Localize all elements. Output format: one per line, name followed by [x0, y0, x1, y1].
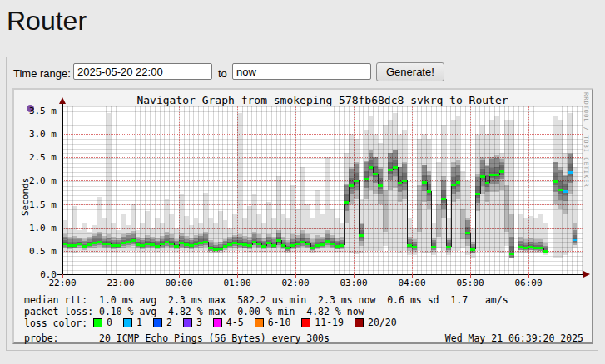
- median-connector: [344, 202, 345, 245]
- median-connector: [364, 179, 364, 235]
- loss-color-swatch: [213, 318, 222, 327]
- y-axis-tick-label: 3.5 m: [21, 106, 57, 116]
- loss-legend-label: 1: [136, 317, 142, 328]
- y-axis-line: [62, 103, 63, 274]
- x-axis-tick-label: 23:00: [102, 278, 139, 288]
- median-connector: [359, 180, 360, 234]
- probe-line: probe: 20 ICMP Echo Pings (56 Bytes) eve…: [24, 332, 583, 344]
- y-axis-tick-label: 1.0 m: [21, 223, 57, 234]
- graph-stats: median rtt: 1.0 ms avg 2.3 ms max 582.2 …: [24, 294, 583, 344]
- median-tick: [509, 253, 514, 255]
- y-axis-tick-label: 0.5 m: [21, 246, 57, 257]
- packet-loss-line: packet loss: 0.10 % avg 4.82 % max 0.00 …: [24, 306, 583, 317]
- probe-text: probe: 20 ICMP Echo Pings (56 Bytes) eve…: [24, 332, 330, 344]
- median-tick: [573, 239, 578, 241]
- y-axis-arrow-icon: [59, 97, 66, 104]
- median-connector: [573, 172, 573, 239]
- x-axis-tick-label: 01:00: [219, 278, 255, 288]
- x-axis-tick-label: 06:00: [510, 278, 547, 288]
- smokeping-page: { "header": { "title": "Router" }, "form…: [0, 0, 605, 364]
- median-connector: [470, 233, 471, 249]
- rrdtool-watermark: RRDTOOL / TOBI OETIKER: [583, 92, 589, 188]
- loss-color-swatch: [153, 318, 162, 327]
- time-range-end-input[interactable]: [232, 63, 371, 80]
- loss-legend-item: 0: [93, 317, 112, 328]
- content-box: Time range: to Generate! Navigator Graph…: [6, 57, 598, 351]
- y-axis-tick-label: 2.0 m: [21, 175, 57, 186]
- loss-color-legend: loss color: 01234-56-1011-1920/20: [24, 317, 583, 329]
- loss-legend-label: 2: [166, 317, 172, 328]
- loss-legend-label: 6-10: [268, 317, 291, 328]
- loss-legend-item: 11-19: [301, 317, 344, 328]
- loss-color-swatch: [355, 318, 364, 327]
- x-axis-line: [57, 274, 583, 275]
- loss-legend-items: 01234-56-1011-1920/20: [93, 317, 407, 330]
- loss-legend-label: 0: [107, 317, 112, 328]
- loss-legend-item: 3: [183, 317, 202, 328]
- median-connector: [349, 185, 350, 202]
- y-axis-tick-label: 3.0 m: [21, 129, 57, 140]
- loss-legend-label: 4-5: [226, 317, 244, 328]
- graph-title: Navigator Graph from smokeping-578fb68dc…: [62, 94, 583, 106]
- smoke-band: [509, 246, 514, 258]
- loss-legend-item: 20/20: [355, 317, 397, 328]
- loss-color-swatch: [255, 318, 264, 327]
- loss-legend-item: 1: [123, 317, 142, 328]
- x-axis-arrow-icon: [583, 271, 590, 278]
- to-label: to: [218, 67, 227, 80]
- loss-color-swatch: [301, 318, 310, 327]
- median-connector: [369, 167, 369, 179]
- median-connector: [431, 191, 432, 246]
- median-connector: [475, 194, 476, 249]
- median-connector: [480, 176, 481, 194]
- median-connector: [378, 174, 379, 185]
- graph-timestamp: Wed May 21 06:39:20 2025: [445, 332, 583, 344]
- x-axis-tick-label: 02:00: [277, 278, 314, 288]
- loss-legend-item: 2: [153, 317, 172, 328]
- navigator-graph[interactable]: Navigator Graph from smokeping-578fb68dc…: [12, 88, 593, 344]
- loss-color-label: loss color:: [24, 317, 93, 329]
- x-axis-tick-label: 03:00: [335, 278, 372, 288]
- median-connector: [451, 184, 452, 246]
- median-connector: [568, 172, 568, 191]
- loss-color-swatch: [123, 318, 132, 327]
- page-title: Router: [7, 5, 87, 37]
- x-axis-tick-label: 04:00: [394, 278, 430, 288]
- plot-area: [62, 106, 583, 274]
- loss-legend-label: 3: [196, 317, 202, 328]
- median-tick: [543, 250, 548, 253]
- loss-legend-label: 20/20: [368, 317, 397, 328]
- y-axis-tick-label: 1.5 m: [21, 199, 57, 210]
- x-axis-tick-label: 00:00: [161, 278, 197, 288]
- loss-color-swatch: [183, 318, 192, 327]
- median-rtt-line: median rtt: 1.0 ms avg 2.3 ms max 582.2 …: [24, 294, 583, 306]
- loss-legend-item: 4-5: [213, 317, 244, 328]
- x-axis-tick-label: 22:00: [44, 278, 81, 288]
- median-connector: [398, 167, 399, 184]
- median-connector: [446, 199, 447, 247]
- loss-legend-item: 6-10: [255, 317, 291, 328]
- loss-color-swatch: [93, 318, 102, 327]
- loss-legend-label: 11-19: [315, 317, 344, 328]
- grid-line-horizontal: [62, 111, 583, 111]
- y-axis-tick-label: 2.5 m: [21, 152, 57, 163]
- median-connector: [407, 180, 408, 245]
- time-range-label: Time range:: [13, 67, 71, 80]
- generate-button[interactable]: Generate!: [376, 62, 444, 81]
- x-axis-tick-label: 05:00: [452, 278, 488, 288]
- time-range-start-input[interactable]: [73, 63, 212, 80]
